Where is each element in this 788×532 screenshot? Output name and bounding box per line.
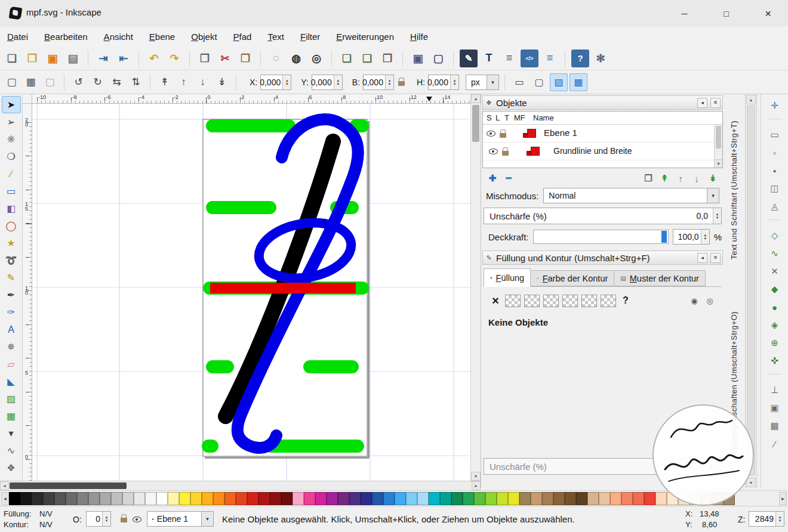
measure-tool[interactable]: ∕ <box>2 165 21 183</box>
import-bitmap-icon[interactable]: ⇥ <box>94 50 112 67</box>
palette-swatch[interactable] <box>667 492 678 505</box>
lower-layer-to-bottom-button[interactable]: ↡ <box>707 173 718 184</box>
ungroup-objects-icon[interactable]: ▢ <box>429 50 447 67</box>
zoom-to-selection-icon[interactable]: ◌ <box>267 50 285 67</box>
objects-list-scrollbar[interactable]: ▾ <box>714 125 722 168</box>
palette-swatch[interactable] <box>88 492 100 505</box>
blur-slider[interactable]: Unschärfe (%) 0,0 ▴▾ <box>484 208 722 224</box>
palette-swatch[interactable] <box>451 492 463 505</box>
palette-swatch[interactable] <box>395 492 406 505</box>
palette-swatch[interactable] <box>565 492 576 505</box>
layer-visibility-icon[interactable] <box>487 131 495 137</box>
spin-down-icon[interactable]: ▾ <box>337 82 339 86</box>
scroll-up-icon[interactable]: ▴ <box>746 95 756 104</box>
palette-swatch[interactable] <box>54 492 66 505</box>
canvas-drawing[interactable] <box>32 104 470 481</box>
snap-object-centers-button[interactable]: ⊕ <box>767 335 783 351</box>
scroll-down-icon[interactable]: ▾ <box>715 159 722 168</box>
palette-swatch[interactable] <box>599 492 610 505</box>
palette-swatch[interactable] <box>190 492 202 505</box>
palette-swatch[interactable] <box>66 492 77 505</box>
opacity-slider[interactable] <box>533 230 669 244</box>
palette-swatch[interactable] <box>463 492 474 505</box>
scroll-left-icon[interactable]: ◂ <box>0 481 9 490</box>
vertical-ruler[interactable]: 20151050 <box>23 104 32 481</box>
spinner[interactable]: ▴▾ <box>334 75 342 89</box>
spin-down-icon[interactable]: ▾ <box>286 82 288 86</box>
raise-layer-to-top-button[interactable]: ↟ <box>659 173 670 184</box>
palette-swatch[interactable] <box>224 492 236 505</box>
move-patterns-toggle[interactable]: ▦ <box>570 73 587 91</box>
panel-undock-button[interactable]: ◂ <box>697 98 707 108</box>
object-opacity-spinner[interactable]: 0 ▴▾ <box>86 511 111 527</box>
align-distribute-dialog-icon[interactable]: ≡ <box>541 50 559 67</box>
fill-stroke-dialog-icon[interactable]: ✎ <box>460 50 478 67</box>
spinner[interactable]: ▴▾ <box>706 459 715 474</box>
palette-swatch[interactable] <box>724 492 735 505</box>
layer-visibility-icon[interactable] <box>489 149 498 154</box>
menu-ansicht[interactable]: Ansicht <box>104 32 133 42</box>
palette-swatch[interactable] <box>519 492 531 505</box>
panel-undock-button[interactable]: ◂ <box>697 253 707 263</box>
palette-swatch[interactable] <box>633 492 644 505</box>
new-document-icon[interactable]: ❏ <box>3 50 21 67</box>
titlebar[interactable]: mpf.svg - Inkscape ─□✕ <box>0 0 788 27</box>
menu-text[interactable]: Text <box>267 32 284 42</box>
paste-icon[interactable]: ❒ <box>236 50 254 67</box>
spinner[interactable]: ▴▾ <box>775 512 784 526</box>
rotate-ccw-icon[interactable]: ↺ <box>70 73 87 91</box>
node-editor-tool[interactable]: ➢ <box>2 113 21 131</box>
palette-swatch[interactable] <box>576 492 587 505</box>
lower-to-bottom-icon[interactable]: ↡ <box>213 73 230 91</box>
window-maximize-button[interactable]: □ <box>712 1 740 27</box>
scroll-right-icon[interactable]: ▸ <box>472 481 481 490</box>
spinner[interactable]: ▴▾ <box>450 75 458 89</box>
cut-icon[interactable]: ✂ <box>216 50 234 67</box>
star-tool[interactable]: ★ <box>2 234 21 252</box>
palette-swatch[interactable] <box>168 492 179 505</box>
fill-value[interactable]: N/V <box>39 509 53 518</box>
add-layer-button[interactable]: ✚ <box>487 173 498 184</box>
palette-swatch[interactable] <box>678 492 690 505</box>
palette-swatch[interactable] <box>327 492 338 505</box>
palette-swatch[interactable] <box>712 492 724 505</box>
connector-tool[interactable]: ∿ <box>2 442 21 459</box>
palette-swatch[interactable] <box>122 492 134 505</box>
palette-swatch[interactable] <box>293 492 304 505</box>
zoom-tool[interactable]: ❍ <box>2 148 21 165</box>
window-close-button[interactable]: ✕ <box>754 1 782 27</box>
dropper-tool[interactable]: ▾ <box>2 425 21 442</box>
snap-text-baselines-button[interactable]: ⊥ <box>767 382 783 398</box>
menu-pfad[interactable]: Pfad <box>233 32 252 42</box>
palette-swatch[interactable] <box>440 492 451 505</box>
layer-lock-icon[interactable] <box>502 151 509 156</box>
snap-bounding-box-button[interactable]: ▭ <box>767 127 783 143</box>
eraser-tool[interactable]: ▱ <box>2 355 21 373</box>
snap-bbox-edge-midpoints-button[interactable]: ◫ <box>767 181 783 196</box>
menu-datei[interactable]: Datei <box>7 32 28 42</box>
palette-swatch[interactable] <box>383 492 395 505</box>
print-document-icon[interactable]: ▤ <box>64 50 82 67</box>
scrollbar-thumb[interactable] <box>716 126 721 149</box>
zoom-to-page-icon[interactable]: ◎ <box>307 50 325 67</box>
dock-tab-text-and-font[interactable]: Text und Schriftart (Umschalt+Strg+T) <box>724 95 744 285</box>
panel-close-button[interactable]: ✕ <box>710 253 721 263</box>
palette-swatch[interactable] <box>32 492 43 505</box>
tab-stroke-style[interactable]: ▤Muster der Kontur <box>614 270 706 286</box>
snap-bbox-centers-button[interactable]: ◬ <box>767 199 783 214</box>
palette-scroll-left-button[interactable]: ◂ <box>1 492 9 505</box>
ellipse-tool[interactable]: ◯ <box>2 217 21 234</box>
create-clone-icon[interactable]: ❑ <box>358 50 376 67</box>
palette-swatch[interactable] <box>406 492 417 505</box>
tab-stroke-paint[interactable]: ▫Farbe der Kontur <box>531 270 614 286</box>
palette-swatch[interactable] <box>644 492 655 505</box>
snap-cusp-nodes-button[interactable]: ◆ <box>767 282 783 297</box>
pencil-tool[interactable]: ✎ <box>2 269 21 286</box>
palette-swatch[interactable] <box>338 492 349 505</box>
panel-close-button[interactable]: ✕ <box>710 98 721 108</box>
palette-swatch[interactable] <box>213 492 224 505</box>
lock-dimensions-icon[interactable] <box>398 81 405 86</box>
red-bar[interactable] <box>210 283 356 293</box>
gradient-tool[interactable]: ▨ <box>2 390 21 407</box>
palette-swatch[interactable] <box>349 492 361 505</box>
